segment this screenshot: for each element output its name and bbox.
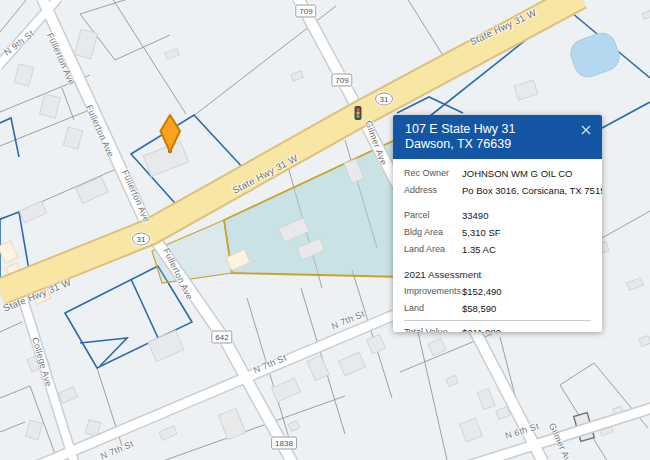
route-shield-709: 709 xyxy=(331,74,352,87)
map-viewport[interactable]: State Hwy 31 W State Hwy 31 W State Hwy … xyxy=(0,0,650,460)
property-info-popup: 107 E State Hwy 31 Dawson, TX 76639 Rec … xyxy=(393,115,602,332)
field-label: Address xyxy=(404,185,462,196)
route-shield-31: 31 xyxy=(375,93,393,106)
popup-row-parcel: Parcel 33490 xyxy=(404,210,591,221)
popup-row-land-value: Land $58,590 xyxy=(404,303,591,314)
field-label: Land xyxy=(404,303,462,314)
popup-row-bldg-area: Bldg Area 5,310 SF xyxy=(404,227,591,238)
assessment-section-title: 2021 Assessment xyxy=(404,269,591,280)
popup-row-improvements: Improvements $152,490 xyxy=(404,286,591,297)
field-label: Land Area xyxy=(404,244,462,255)
field-label: Parcel xyxy=(404,210,462,221)
field-value: $152,490 xyxy=(462,286,591,297)
field-value: $58,590 xyxy=(462,303,591,314)
popup-body: Rec Owner JOHNSON WM G OIL CO Address Po… xyxy=(393,159,602,332)
field-value: Po Box 3016, Corsicana, TX 75151 xyxy=(462,185,602,196)
field-label: Total Value xyxy=(404,327,462,332)
popup-title-address: 107 E State Hwy 31 xyxy=(405,122,574,137)
traffic-light-icon xyxy=(355,106,362,120)
popup-row-land-area: Land Area 1.35 AC xyxy=(404,244,591,255)
route-shield-642: 642 xyxy=(211,331,232,344)
total-divider xyxy=(404,320,591,321)
field-label: Rec Owner xyxy=(404,168,462,179)
field-value: JOHNSON WM G OIL CO xyxy=(462,168,591,179)
field-label: Bldg Area xyxy=(404,227,462,238)
close-icon[interactable] xyxy=(579,123,593,137)
popup-title-city: Dawson, TX 76639 xyxy=(405,137,574,152)
route-shield-1838: 1838 xyxy=(271,437,297,450)
route-shield-709: 709 xyxy=(295,5,316,18)
field-value: 5,310 SF xyxy=(462,227,591,238)
route-shield-31: 31 xyxy=(132,233,150,246)
popup-row-total-value: Total Value $211,080 xyxy=(404,327,591,332)
field-label: Improvements xyxy=(404,286,462,297)
field-value: $211,080 xyxy=(462,327,591,332)
popup-row-address: Address Po Box 3016, Corsicana, TX 75151 xyxy=(404,185,591,196)
popup-row-rec-owner: Rec Owner JOHNSON WM G OIL CO xyxy=(404,168,591,179)
field-value: 1.35 AC xyxy=(462,244,591,255)
popup-header: 107 E State Hwy 31 Dawson, TX 76639 xyxy=(393,115,602,159)
field-value: 33490 xyxy=(462,210,591,221)
